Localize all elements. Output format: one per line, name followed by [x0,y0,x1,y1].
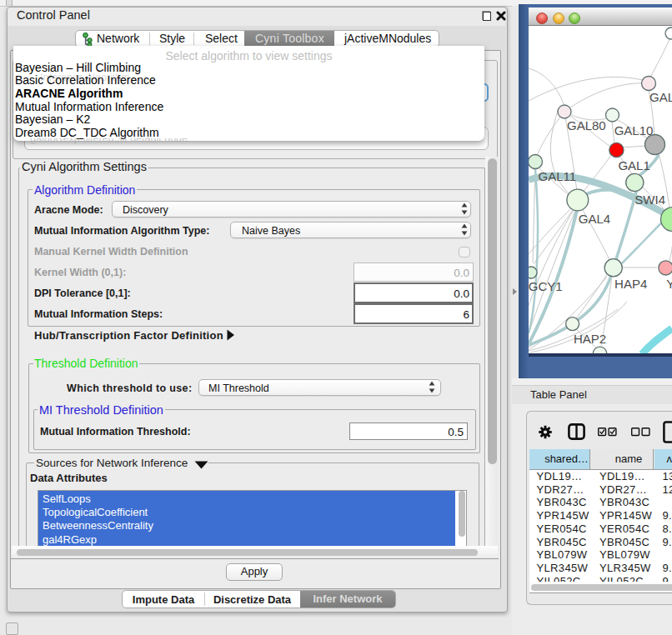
svg-text:GCY1: GCY1 [529,279,563,293]
svg-text:Y: Y [666,277,672,291]
svg-text:GAL1: GAL1 [618,158,649,172]
svg-text:HAP4: HAP4 [614,277,647,291]
svg-text:GAL: GAL [649,90,672,104]
svg-text:SWI4: SWI4 [634,192,665,207]
svg-text:HAP2: HAP2 [574,332,606,346]
svg-text:GAL10: GAL10 [614,123,654,138]
svg-text:GAL80: GAL80 [567,118,606,132]
svg-text:GAL11: GAL11 [539,169,577,183]
svg-text:GAL4: GAL4 [579,212,610,226]
